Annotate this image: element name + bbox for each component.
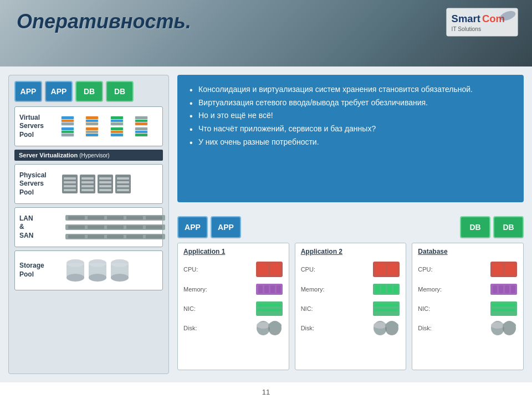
badge-row-top: APP APP DB DB: [14, 81, 163, 102]
svg-rect-30: [146, 216, 162, 219]
vm-cell: [110, 116, 124, 126]
physical-server-icons: [61, 173, 132, 195]
db-mem-icon: [490, 281, 518, 298]
svg-point-45: [66, 274, 84, 282]
virtual-servers-pool: VirtualServersPool: [14, 106, 163, 146]
svg-rect-34: [107, 226, 124, 229]
app1-title: Application 1: [183, 248, 283, 255]
app1-mem-row: Memory:: [183, 281, 283, 298]
app2-mem-label: Memory:: [301, 286, 331, 293]
svg-rect-92: [511, 285, 515, 293]
app2-mem-row: Memory:: [301, 281, 401, 298]
svg-rect-14: [81, 189, 94, 191]
svg-rect-24: [117, 189, 129, 191]
svg-rect-89: [493, 285, 497, 293]
svg-rect-22: [117, 181, 129, 183]
bottom-badge-db-1: DB: [460, 216, 490, 238]
app1-disk-label: Disk:: [183, 325, 214, 331]
svg-rect-71: [375, 264, 385, 275]
vm-cell: [135, 116, 148, 126]
app1-nic-label: NIC:: [183, 305, 214, 312]
bullet-4: Что насчёт приложений, сервисов и баз да…: [188, 123, 513, 135]
svg-rect-56: [258, 264, 268, 275]
svg-rect-16: [99, 177, 111, 180]
hypervisor-sub: (Hypervisor): [79, 152, 109, 158]
bullet-2: Виртуализация сетевого ввода/вывода треб…: [188, 97, 513, 109]
bottom-badge-row: APP APP DB DB: [177, 216, 524, 238]
svg-rect-74: [375, 285, 380, 293]
svg-rect-26: [68, 216, 85, 219]
lan-san-icons: [65, 214, 165, 241]
app2-cpu-icon: [372, 261, 400, 278]
svg-rect-39: [88, 235, 104, 238]
svg-point-49: [89, 274, 106, 282]
lan-san-pool: LAN&SAN: [14, 207, 163, 247]
svg-point-67: [257, 322, 270, 329]
vm-cell: [61, 116, 74, 126]
server-icon-3: [96, 173, 114, 195]
svg-rect-17: [99, 181, 111, 183]
vm-cell: [135, 127, 148, 137]
svg-rect-95: [492, 309, 515, 311]
app2-nic-row: NIC:: [301, 301, 401, 316]
hypervisor-bar: Server Virtualization (Hypervisor): [14, 150, 163, 161]
svg-rect-41: [126, 235, 143, 238]
storage-pool-label: StoragePool: [19, 262, 61, 279]
app2-disk-label: Disk:: [301, 325, 331, 331]
svg-point-50: [89, 259, 106, 267]
app1-disk-icon: [255, 320, 283, 336]
db-disk-row: Disk:: [418, 320, 518, 336]
app1-cpu-label: CPU:: [183, 266, 214, 273]
page-number: 11: [262, 388, 270, 396]
db-cpu-row: CPU:: [418, 261, 518, 278]
physical-pool-label: PhysicalServersPool: [19, 171, 61, 197]
page-title: Оперативность.: [17, 10, 191, 33]
svg-rect-61: [270, 285, 275, 293]
svg-rect-32: [68, 226, 85, 229]
svg-rect-33: [88, 226, 104, 229]
storage-drum-3: [110, 259, 130, 282]
svg-point-82: [374, 322, 387, 329]
svg-point-99: [503, 322, 516, 329]
storage-drum-1: [65, 259, 85, 282]
svg-rect-59: [258, 285, 263, 293]
storage-icons: [65, 259, 130, 282]
app1-cpu-icon: [255, 261, 283, 278]
vm-grid: [61, 116, 158, 137]
vm-cell: [110, 127, 124, 137]
svg-rect-57: [270, 264, 280, 275]
svg-rect-77: [393, 285, 398, 293]
svg-rect-91: [505, 285, 509, 293]
svg-rect-29: [126, 216, 143, 219]
app1-nic-icon: [255, 301, 283, 316]
svg-rect-35: [126, 226, 143, 229]
svg-rect-13: [81, 185, 94, 187]
bottom-badge-db-2: DB: [493, 216, 524, 238]
db-card: Database CPU: Memory:: [412, 243, 524, 370]
virtual-pool-label: VirtualServersPool: [19, 114, 61, 140]
lan-row-3: [65, 233, 165, 241]
svg-rect-11: [81, 177, 94, 180]
main-area: APP APP DB DB VirtualServersPool: [0, 66, 532, 382]
app2-card: Application 2 CPU: Memory:: [295, 243, 407, 370]
svg-rect-80: [375, 309, 398, 311]
app2-mem-icon: [372, 281, 400, 298]
cards-grid: Application 1 CPU: Memory:: [177, 243, 524, 370]
svg-rect-12: [81, 181, 94, 183]
svg-rect-40: [107, 235, 124, 238]
db-mem-row: Memory:: [418, 281, 518, 298]
logo-area: Smart Com IT Solutions: [443, 6, 521, 39]
svg-rect-28: [107, 216, 124, 219]
svg-point-46: [66, 259, 84, 267]
db-disk-icon: [490, 320, 518, 336]
app1-mem-label: Memory:: [183, 286, 214, 293]
lan-row-1: [65, 214, 165, 222]
svg-rect-94: [492, 304, 515, 306]
bottom-badge-app-1: APP: [177, 216, 208, 238]
db-nic-row: NIC:: [418, 301, 518, 316]
db-mem-label: Memory:: [418, 286, 448, 293]
svg-rect-9: [64, 189, 76, 191]
badge-app-1: APP: [14, 81, 42, 102]
db-title: Database: [418, 248, 518, 255]
svg-point-53: [111, 274, 129, 282]
